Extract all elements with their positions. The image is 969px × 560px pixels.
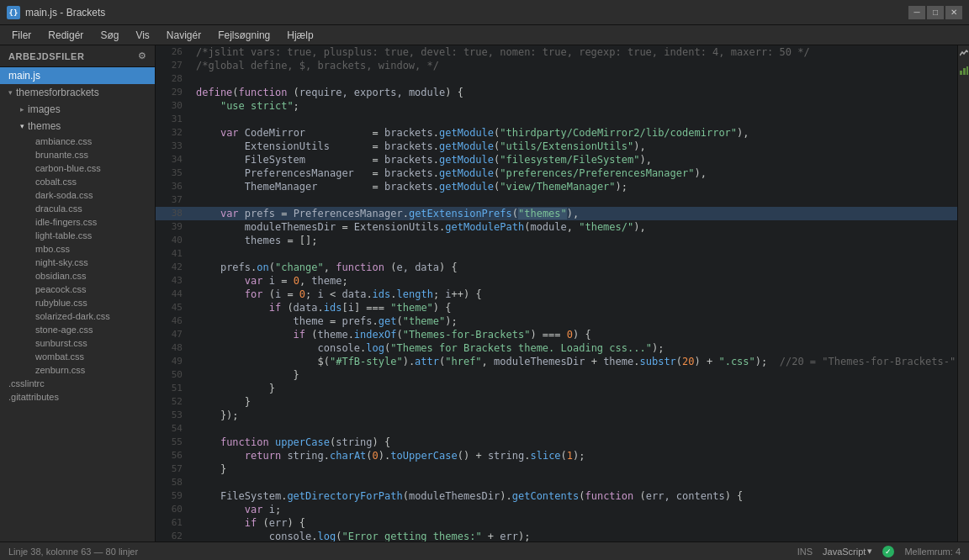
line-content: define(function (require, exports, modul… [189, 86, 957, 99]
list-item[interactable]: light-table.css [12, 229, 155, 242]
list-item[interactable]: wombat.css [12, 350, 155, 363]
list-item-csslintrc[interactable]: .csslintrc [0, 377, 155, 390]
line-content: } [189, 382, 957, 395]
close-button[interactable]: ✕ [945, 6, 962, 19]
chevron-right-icon: ▸ [20, 105, 24, 114]
list-item-gitattributes[interactable]: .gitattributes [0, 390, 155, 404]
list-item[interactable]: brunante.css [12, 148, 155, 161]
active-file[interactable]: main.js [0, 67, 155, 84]
line-content: FileSystem.getDirectoryForPath(moduleThe… [189, 489, 957, 503]
code-line-60: 60 var i; [156, 503, 957, 516]
menu-hjaelp[interactable]: Hjælp [278, 28, 321, 43]
menu-naviger[interactable]: Navigér [158, 28, 209, 43]
list-item[interactable]: ambiance.css [12, 135, 155, 148]
list-item[interactable]: idle-fingers.css [12, 215, 155, 229]
line-content: if (theme.indexOf("Themes-for-Brackets")… [189, 328, 957, 341]
line-content: return string.charAt(0).toUpperCase() + … [189, 449, 957, 462]
app-icon: {} [7, 6, 20, 19]
line-number: 47 [156, 328, 189, 341]
list-item[interactable]: night-sky.css [12, 256, 155, 269]
list-item[interactable]: peacock.css [12, 283, 155, 296]
line-content: function upperCase(string) { [189, 436, 957, 449]
folder-images[interactable]: ▸ images [12, 101, 155, 118]
line-number: 31 [156, 113, 189, 126]
line-content: if (err) { [189, 516, 957, 530]
code-line-45: 45 if (data.ids[i] === "theme") { [156, 301, 957, 314]
line-content: console.log("Error getting themes:" + er… [189, 530, 957, 542]
code-line-27: 27 /*global define, $, brackets, window,… [156, 59, 957, 72]
status-bar: Linje 38, kolonne 63 — 80 linjer INS Jav… [0, 542, 969, 560]
line-content: prefs.on("change", function (e, data) { [189, 261, 957, 274]
code-line-53: 53 }); [156, 409, 957, 422]
code-line-56: 56 return string.charAt(0).toUpperCase()… [156, 449, 957, 462]
menu-vis[interactable]: Vis [127, 28, 157, 43]
folder-themes[interactable]: ▾ themes [12, 118, 155, 135]
line-number: 30 [156, 99, 189, 113]
line-content: var prefs = PreferencesManager.getExtens… [189, 207, 957, 220]
list-item[interactable]: mbo.css [12, 242, 155, 256]
minimize-button[interactable]: ─ [908, 6, 925, 19]
code-line-31: 31 [156, 113, 957, 126]
list-item[interactable]: rubyblue.css [12, 296, 155, 309]
line-content [189, 476, 957, 489]
folder-label: themesforbrackets [16, 87, 99, 98]
list-item[interactable]: obsidian.css [12, 269, 155, 283]
code-line-59: 59 FileSystem.getDirectoryForPath(module… [156, 489, 957, 503]
line-content: "use strict"; [189, 99, 957, 113]
list-item[interactable]: cobalt.css [12, 175, 155, 188]
code-line-48: 48 console.log("Themes for Brackets them… [156, 341, 957, 355]
line-content: theme = prefs.get("theme"); [189, 314, 957, 328]
line-number: 54 [156, 422, 189, 436]
line-number: 37 [156, 193, 189, 207]
gear-icon[interactable]: ⚙ [138, 50, 146, 61]
list-item[interactable]: carbon-blue.css [12, 161, 155, 175]
line-content: PreferencesManager = brackets.getModule(… [189, 166, 957, 180]
code-line-55: 55 function upperCase(string) { [156, 436, 957, 449]
line-content [189, 193, 957, 207]
folder-themesforbrackets[interactable]: ▾ themesforbrackets [0, 84, 155, 101]
line-content: moduleThemesDir = ExtensionUtils.getModu… [189, 220, 957, 234]
line-content [189, 247, 957, 261]
status-ok-icon: ✓ [882, 546, 894, 557]
menu-sog[interactable]: Søg [92, 28, 127, 43]
indent-setting[interactable]: Mellemrum: 4 [904, 547, 961, 557]
chart-icon[interactable] [959, 66, 969, 76]
line-content: FileSystem = brackets.getModule("filesys… [189, 153, 957, 166]
line-number: 53 [156, 409, 189, 422]
line-content [189, 422, 957, 436]
line-number: 36 [156, 180, 189, 193]
line-number: 58 [156, 476, 189, 489]
code-line-61: 61 if (err) { [156, 516, 957, 530]
code-line-46: 46 theme = prefs.get("theme"); [156, 314, 957, 328]
themes-list: ambiance.css brunante.css carbon-blue.cs… [12, 135, 155, 377]
line-number: 51 [156, 382, 189, 395]
insert-mode: INS [797, 547, 813, 557]
list-item[interactable]: solarized-dark.css [12, 309, 155, 323]
folder-label: themes [28, 120, 61, 132]
line-number: 28 [156, 72, 189, 86]
right-panel [957, 45, 969, 542]
code-container[interactable]: 26 /*jslint vars: true, plusplus: true, … [156, 45, 957, 542]
list-item[interactable]: stone-age.css [12, 323, 155, 336]
activity-icon[interactable] [959, 49, 969, 59]
list-item[interactable]: dracula.css [12, 202, 155, 215]
sidebar-content: main.js ▾ themesforbrackets ▸ images ▾ t… [0, 67, 155, 542]
folder-label: images [28, 103, 61, 115]
menu-filer[interactable]: Filer [3, 28, 40, 43]
line-number: 35 [156, 166, 189, 180]
line-number: 59 [156, 489, 189, 503]
code-line-35: 35 PreferencesManager = brackets.getModu… [156, 166, 957, 180]
menu-rediger[interactable]: Redigér [40, 28, 92, 43]
list-item[interactable]: zenburn.css [12, 363, 155, 377]
code-line-54: 54 [156, 422, 957, 436]
title-bar: {} main.js - Brackets ─ □ ✕ [0, 0, 969, 25]
line-content: var CodeMirror = brackets.getModule("thi… [189, 126, 957, 140]
code-lines: 26 /*jslint vars: true, plusplus: true, … [156, 45, 957, 542]
list-item[interactable]: sunburst.css [12, 336, 155, 350]
list-item[interactable]: dark-soda.css [12, 188, 155, 202]
code-line-47: 47 if (theme.indexOf("Themes-for-Bracket… [156, 328, 957, 341]
maximize-button[interactable]: □ [927, 6, 944, 19]
menu-fejlsoegning[interactable]: Fejlsøgning [209, 28, 278, 43]
language-selector[interactable]: JavaScript ▾ [823, 546, 872, 557]
code-line-29: 29 define(function (require, exports, mo… [156, 86, 957, 99]
